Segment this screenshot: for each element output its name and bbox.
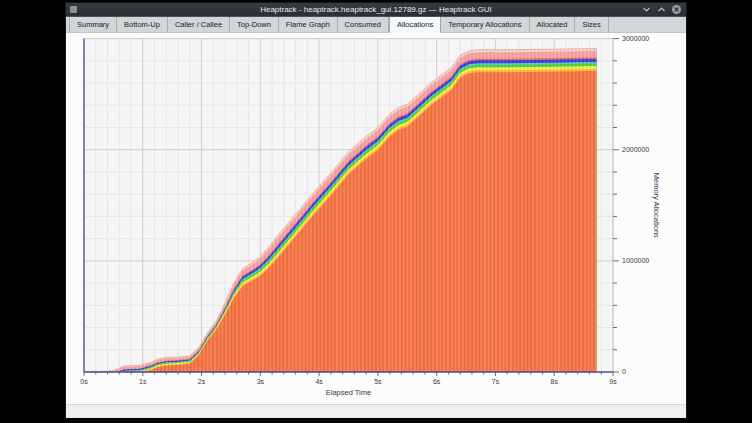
close-button[interactable]: ✕ xyxy=(671,4,682,15)
chevron-up-icon xyxy=(658,7,665,12)
x-axis-title: Elapsed Time xyxy=(326,388,371,397)
y-tick-label: 3000000 xyxy=(622,35,649,42)
heaptrack-window: Heaptrack - heaptrack.heaptrack_gui.1278… xyxy=(66,3,686,417)
chart-panel: 0s1s2s3s4s5s6s7s8s9sElapsed Time01000000… xyxy=(66,33,686,404)
tab-allocated[interactable]: Allocated xyxy=(530,17,576,32)
y-tick-label: 1000000 xyxy=(622,257,649,264)
tab-allocations[interactable]: Allocations xyxy=(389,17,441,33)
allocations-chart[interactable]: 0s1s2s3s4s5s6s7s8s9sElapsed Time01000000… xyxy=(66,33,686,404)
minimize-button[interactable] xyxy=(641,4,652,15)
tab-sizes[interactable]: Sizes xyxy=(575,17,608,32)
tab-temporary-allocations[interactable]: Temporary Allocations xyxy=(441,17,529,32)
x-tick-label: 4s xyxy=(315,378,323,385)
tab-bottom-up[interactable]: Bottom-Up xyxy=(117,17,168,32)
x-tick-label: 9s xyxy=(609,378,617,385)
x-tick-label: 5s xyxy=(374,378,382,385)
window-title: Heaptrack - heaptrack.heaptrack_gui.1278… xyxy=(66,3,686,16)
close-icon: ✕ xyxy=(672,5,681,14)
y-tick-label: 2000000 xyxy=(622,146,649,153)
x-tick-label: 7s xyxy=(492,378,500,385)
x-tick-label: 8s xyxy=(551,378,559,385)
tab-flame-graph[interactable]: Flame Graph xyxy=(279,17,338,32)
x-tick-label: 6s xyxy=(433,378,441,385)
tab-bar: SummaryBottom-UpCaller / CalleeTop-DownF… xyxy=(66,17,686,33)
chevron-down-icon xyxy=(643,7,650,12)
status-bar xyxy=(66,404,686,418)
x-tick-label: 0s xyxy=(80,378,88,385)
y-axis-title: Memory Allocations xyxy=(652,173,661,238)
maximize-button[interactable] xyxy=(656,4,667,15)
tab-top-down[interactable]: Top-Down xyxy=(230,17,279,32)
y-tick-label: 0 xyxy=(622,368,626,375)
x-tick-label: 2s xyxy=(198,378,206,385)
x-tick-label: 1s xyxy=(139,378,147,385)
tab-consumed[interactable]: Consumed xyxy=(338,17,389,32)
tab-caller-callee[interactable]: Caller / Callee xyxy=(168,17,230,32)
x-tick-label: 3s xyxy=(257,378,265,385)
tab-summary[interactable]: Summary xyxy=(69,17,117,32)
title-bar[interactable]: Heaptrack - heaptrack.heaptrack_gui.1278… xyxy=(66,3,686,16)
